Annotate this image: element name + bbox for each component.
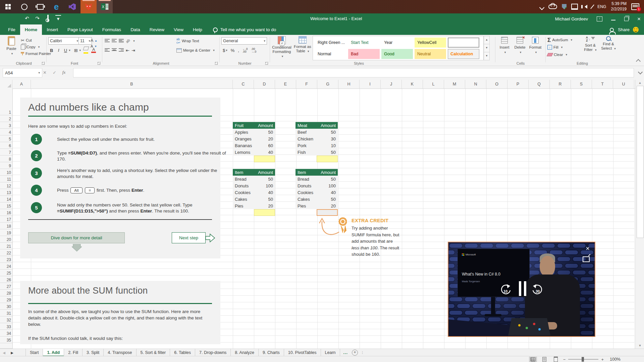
column-header-U[interactable]: U <box>613 80 634 88</box>
clipboard-dialog-launcher[interactable] <box>42 62 45 65</box>
share-button[interactable]: Share <box>618 27 630 32</box>
item-cell[interactable]: Fish <box>296 149 317 156</box>
column-header-G[interactable]: G <box>317 80 338 88</box>
row-header-4[interactable]: 4 <box>0 129 12 135</box>
sheet-nav-left-icon[interactable]: ◀ <box>0 349 8 356</box>
ribbon-tab-view[interactable]: View <box>169 24 188 35</box>
tab-splitter-icon[interactable]: ⁞ <box>362 351 363 355</box>
orientation-button[interactable]: ab <box>125 38 131 44</box>
yellow-result-cell[interactable] <box>254 209 275 216</box>
gallery-more-icon[interactable]: ▼ <box>484 52 490 60</box>
column-header-O[interactable]: O <box>486 80 507 88</box>
increase-decimal-button[interactable]: ←.0.00 <box>243 48 248 53</box>
row-header-26[interactable]: 26 <box>0 276 12 283</box>
column-header-E[interactable]: E <box>275 80 296 88</box>
ribbon-display-options-button[interactable]: ↑ <box>597 16 602 21</box>
vertical-scrollbar-thumb[interactable] <box>637 86 644 238</box>
column-header-J[interactable]: J <box>381 80 402 88</box>
row-header-27[interactable]: 27 <box>0 283 12 290</box>
feedback-smiley-icon[interactable] <box>633 27 639 33</box>
language-indicator[interactable]: ENG <box>597 4 606 9</box>
amount-cell[interactable]: 50 <box>254 176 275 182</box>
row-header-22[interactable]: 22 <box>0 249 12 256</box>
scroll-down-icon[interactable]: ▼ <box>636 343 644 349</box>
row-header-25[interactable]: 25 <box>0 269 12 276</box>
ribbon-tab-insert[interactable]: Insert <box>42 24 63 35</box>
action-center-icon[interactable]: 1 <box>631 3 639 10</box>
tell-me-box[interactable]: Tell me what you want to do <box>213 24 276 35</box>
row-header-5[interactable]: 5 <box>0 135 12 142</box>
sheet-tab-4-transpose[interactable]: 4. Transpose <box>104 349 136 356</box>
row-header-2[interactable]: 2 <box>0 115 12 122</box>
sheet-tab-3-split[interactable]: 3. Split <box>83 349 104 356</box>
item-cell[interactable]: Apples <box>233 129 254 135</box>
zoom-out-button[interactable]: − <box>563 357 566 362</box>
format-cells-button[interactable]: ↔Format▾ <box>528 36 543 54</box>
column-header-C[interactable]: C <box>233 80 254 88</box>
minimize-button[interactable] <box>611 15 615 20</box>
zoom-slider-thumb[interactable] <box>582 357 584 362</box>
item-cell[interactable]: Bananas <box>233 142 254 149</box>
item-cell[interactable]: Bread <box>296 176 317 182</box>
item-cell[interactable]: Lemons <box>233 149 254 156</box>
scroll-up-icon[interactable]: ▲ <box>636 80 644 86</box>
row-header-19[interactable]: 19 <box>0 229 12 236</box>
font-family-combo[interactable]: Calibri▾ <box>48 37 80 45</box>
column-header-N[interactable]: N <box>465 80 486 88</box>
page-layout-view-button[interactable] <box>540 357 548 362</box>
amount-cell[interactable]: 50 <box>317 129 338 135</box>
collapse-ribbon-icon[interactable] <box>636 59 641 64</box>
insert-function-button[interactable]: fx <box>62 70 65 75</box>
item-cell[interactable]: Pies <box>296 202 317 209</box>
item-cell[interactable]: Cakes <box>233 196 254 202</box>
sheet-tab-10-pivottables[interactable]: 10. PivotTables <box>284 349 321 356</box>
formula-bar-expand-icon[interactable] <box>638 70 643 74</box>
select-all-corner[interactable] <box>0 80 12 88</box>
column-header-T[interactable]: T <box>592 80 613 88</box>
row-header-17[interactable]: 17 <box>0 216 12 223</box>
decrease-decimal-button[interactable]: .00→.0 <box>251 48 257 53</box>
row-header-15[interactable]: 15 <box>0 202 12 209</box>
fill-button[interactable]: ↓Fill▾ <box>547 44 562 51</box>
zoom-level[interactable]: 100% <box>607 357 621 362</box>
borders-button[interactable]: ⊞ <box>73 48 79 53</box>
clear-button[interactable]: Clear▾ <box>547 51 567 58</box>
conditional-formatting-button[interactable]: ≠ ConditionalFormatting ▾ <box>272 36 292 59</box>
bold-button[interactable]: B <box>49 48 54 53</box>
zoom-in-button[interactable]: + <box>601 357 604 362</box>
row-header-29[interactable]: 29 <box>0 296 12 303</box>
row-header-32[interactable]: 32 <box>0 316 12 323</box>
sheet-tab-learn[interactable]: Learn <box>321 349 340 356</box>
align-top-icon[interactable] <box>105 39 110 43</box>
pen-icon[interactable] <box>590 4 594 9</box>
number-dialog-launcher[interactable] <box>265 62 268 65</box>
font-color-button[interactable]: A <box>91 48 96 53</box>
undo-button[interactable]: ↶ <box>24 15 30 21</box>
amount-cell[interactable]: 60 <box>254 142 275 149</box>
font-dialog-launcher[interactable] <box>97 62 100 65</box>
row-header-13[interactable]: 13 <box>0 189 12 196</box>
font-size-combo[interactable]: 11▾ <box>78 37 92 45</box>
onedrive-icon[interactable] <box>548 4 557 9</box>
row-header-16[interactable]: 16 <box>0 209 12 216</box>
style-yellowcell[interactable]: YellowCell <box>415 38 446 48</box>
align-center-icon[interactable] <box>112 48 117 52</box>
item-cell[interactable]: Pies <box>233 202 254 209</box>
row-header-9[interactable]: 9 <box>0 162 12 169</box>
style-normal[interactable]: Normal <box>315 49 346 59</box>
sheet-tab-start[interactable]: Start <box>25 349 43 356</box>
accounting-format-button[interactable]: $ <box>223 48 225 53</box>
italic-button[interactable]: I <box>57 48 60 53</box>
video-popout-button[interactable] <box>583 256 590 262</box>
defender-icon[interactable]: ✓ <box>562 4 567 9</box>
row-header-30[interactable]: 30 <box>0 303 12 310</box>
sheet-tab-7-drop-downs[interactable]: 7. Drop-downs <box>195 349 231 356</box>
amount-cell[interactable]: 40 <box>254 189 275 196</box>
item-cell[interactable]: Bread <box>233 176 254 182</box>
amount-cell[interactable]: 20 <box>254 202 275 209</box>
speaker-icon[interactable] <box>583 5 587 9</box>
amount-cell[interactable]: 30 <box>317 135 338 142</box>
row-header-3[interactable]: 3 <box>0 122 12 129</box>
alignment-dialog-launcher[interactable] <box>215 62 218 65</box>
row-header-10[interactable]: 10 <box>0 169 12 176</box>
